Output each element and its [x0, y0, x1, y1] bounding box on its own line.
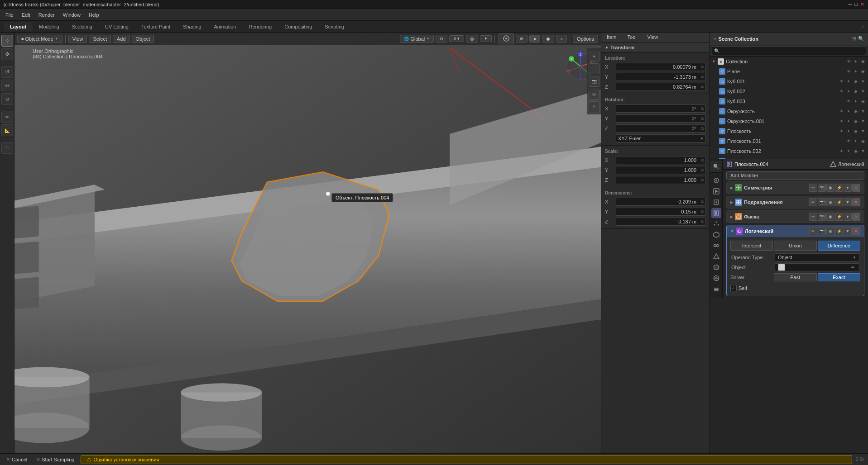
tool-add-cube[interactable]: □	[1, 142, 13, 154]
add-modifier-button[interactable]: Add Modifier	[726, 171, 864, 180]
tool-annotate[interactable]: ✏	[1, 111, 13, 123]
solver-exact-btn[interactable]: Exact	[818, 273, 861, 281]
tab-rendering[interactable]: Rendering	[242, 22, 278, 31]
close-btn[interactable]: ✕	[860, 1, 864, 7]
col-render-icon[interactable]: ◉	[860, 58, 866, 65]
vp-local-view[interactable]: ⊙	[589, 101, 599, 112]
plane-sel[interactable]: ✦	[853, 68, 859, 75]
bool-union-btn[interactable]: Union	[774, 241, 816, 251]
tab-texture-paint[interactable]: Texture Paint	[135, 22, 177, 31]
prop-tab-view[interactable]	[711, 284, 721, 294]
sym-close-btn[interactable]: ✕	[852, 184, 860, 192]
outliner-item-okr001[interactable]: ○ Окружность.001 👁 ✦ ◉ ▼	[710, 116, 868, 126]
menu-help[interactable]: Help	[85, 11, 103, 19]
dim-y-field[interactable]: 0.15 m ⧉	[616, 208, 706, 216]
subdiv-edit-btn[interactable]: ✏	[809, 198, 817, 206]
prop-tab-object-data[interactable]	[711, 251, 721, 261]
subdiv-close-btn[interactable]: ✕	[852, 198, 860, 206]
npanel-tab-view[interactable]: View	[642, 33, 664, 43]
sym-render-btn[interactable]: ◉	[826, 184, 834, 192]
object-value[interactable]: ✏	[775, 263, 859, 271]
proportional-settings[interactable]: ▼	[480, 35, 492, 42]
tab-modeling[interactable]: Modeling	[33, 22, 66, 31]
subdiv-realtime-btn[interactable]: ⚡	[835, 198, 843, 206]
proportional-toggle[interactable]: ◎	[466, 35, 478, 43]
outliner-search-icon[interactable]: 🔍	[858, 36, 864, 42]
prop-tab-world[interactable]	[711, 273, 721, 283]
menu-render[interactable]: Render	[35, 11, 58, 19]
subdiv-render-btn[interactable]: ◉	[826, 198, 834, 206]
bool-down-btn[interactable]: ▼	[844, 227, 852, 235]
tab-sculpting[interactable]: Sculpting	[66, 22, 99, 31]
prop-tab-scene[interactable]	[711, 176, 721, 185]
prop-tab-output[interactable]	[711, 197, 721, 207]
viewport[interactable]: ■ Object Mode ▼ View Select Add Object 🌐…	[14, 33, 601, 453]
menu-window[interactable]: Window	[59, 11, 84, 19]
maximize-btn[interactable]: □	[854, 1, 858, 7]
npanel-tab-tool[interactable]: Tool	[622, 33, 642, 43]
rotation-x-field[interactable]: 0° ⧉	[616, 104, 706, 113]
subdiv-down-btn[interactable]: ▼	[844, 198, 852, 206]
self-options-icon[interactable]: ⋯	[854, 285, 860, 291]
viewport-view-menu[interactable]: View	[68, 35, 87, 43]
tool-rotate[interactable]: ↺	[1, 66, 13, 78]
tool-scale[interactable]: ⇔	[1, 80, 13, 91]
location-y-field[interactable]: -1.3173 m ⧉	[616, 73, 706, 81]
vp-zoom-in[interactable]: +	[589, 51, 599, 62]
tab-animation[interactable]: Animation	[208, 22, 243, 31]
viewport-add-menu[interactable]: Add	[113, 35, 130, 43]
bool-expand[interactable]: ▼	[730, 229, 734, 233]
subdiv-cam-btn[interactable]: 📷	[818, 198, 826, 206]
viewport-select-menu[interactable]: Select	[89, 35, 111, 43]
snap-settings[interactable]: ⚙▼	[449, 35, 464, 42]
prop-tab-physics[interactable]	[711, 230, 721, 240]
bool-realtime-btn[interactable]: ⚡	[835, 227, 843, 235]
gizmo-toggle[interactable]: ⊕	[516, 35, 528, 43]
cancel-btn[interactable]: ✕ Cancel	[4, 456, 30, 463]
shading-solid[interactable]: ●	[529, 35, 540, 43]
viewport-mode-selector[interactable]: ■ Object Mode ▼	[17, 35, 62, 43]
rotation-z-field[interactable]: 0° ⧉	[616, 124, 706, 133]
shading-material[interactable]: ◉	[542, 35, 554, 43]
symmetry-expand[interactable]: ▶	[730, 186, 733, 190]
scale-y-field[interactable]: 1.000 ⧉	[616, 166, 706, 174]
col-eye-icon[interactable]: 👁	[845, 58, 852, 65]
tab-layout[interactable]: Layout	[4, 22, 33, 31]
plane-eye[interactable]: 👁	[845, 68, 852, 75]
outliner-item-ploskost[interactable]: ▽ Плоскость 👁 ✦ ◉ ▼	[710, 126, 868, 136]
outliner-item-okr[interactable]: ○ Окружность 👁 ✦ ◉ ▼	[710, 106, 868, 116]
sym-edit-btn[interactable]: ✏	[809, 184, 817, 192]
outliner-item-ploskost002[interactable]: ▽ Плоскость.002 👁 ✦ ◉ ▼	[710, 146, 868, 156]
tab-shading[interactable]: Shading	[177, 22, 207, 31]
transform-space-selector[interactable]: 🌐 Global ▼	[400, 35, 434, 43]
prop-search-icon[interactable]: 🔍	[713, 164, 719, 170]
sym-cam-btn[interactable]: 📷	[818, 184, 826, 192]
bevel-cam-btn[interactable]: 📷	[818, 213, 826, 221]
outliner-item-ploskost003[interactable]: ▽ Плоскость.003 👁 ✦ ◉ ▼	[710, 156, 868, 159]
bevel-realtime-btn[interactable]: ⚡	[835, 213, 843, 221]
vp-zoom-out[interactable]: −	[589, 63, 599, 74]
vp-frame-all[interactable]: ⊞	[589, 89, 599, 100]
outliner-item-ploskost001[interactable]: ▽ Плоскость.001 👁 ✦ ◉	[710, 136, 868, 146]
dim-x-field[interactable]: 0.209 m ⧉	[616, 198, 706, 206]
object-picker-icon[interactable]: ✏	[850, 264, 856, 270]
npanel-tab-item[interactable]: Item	[601, 33, 622, 43]
bool-difference-btn[interactable]: Difference	[818, 241, 860, 251]
shading-render[interactable]: ○	[556, 35, 567, 43]
bool-render-btn[interactable]: ◉	[826, 227, 834, 235]
col-select-icon[interactable]: ✦	[853, 58, 859, 65]
snap-toggle[interactable]: ⊙	[436, 35, 447, 43]
bevel-expand[interactable]: ▶	[730, 215, 733, 219]
subdiv-expand[interactable]: ▶	[730, 200, 733, 204]
location-z-field[interactable]: 0.82764 m ⧉	[616, 83, 706, 91]
prop-tab-rendersettings[interactable]	[711, 186, 721, 196]
self-checkbox[interactable]: ✓	[730, 285, 737, 291]
scale-x-field[interactable]: 1.000 ⧉	[616, 156, 706, 164]
outliner-item-kub001[interactable]: □ Куб.001 👁 ✦ ◉ ▼	[710, 76, 868, 86]
options-menu[interactable]: Options	[573, 35, 598, 43]
dim-z-field[interactable]: 0.187 m ⧉	[616, 218, 706, 226]
scale-z-field[interactable]: 1.000 ⧉	[616, 176, 706, 184]
solver-fast-btn[interactable]: Fast	[774, 273, 817, 281]
menu-edit[interactable]: Edit	[18, 11, 34, 19]
tool-transform[interactable]: ⊞	[1, 93, 13, 105]
